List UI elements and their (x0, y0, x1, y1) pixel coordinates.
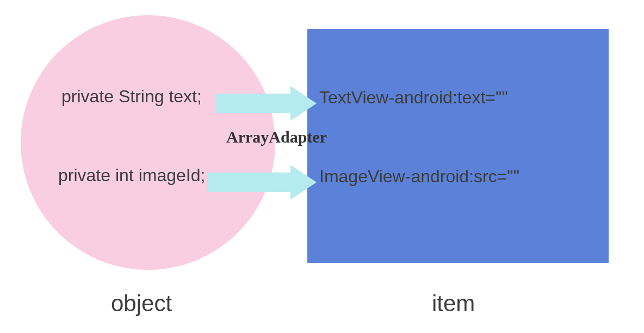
object-field-imageid: private int imageId; (58, 165, 205, 186)
item-field-textview: TextView-android:text="" (319, 88, 508, 108)
item-label: item (432, 291, 475, 317)
item-rect (307, 29, 609, 263)
item-field-imageview: ImageView-android:src="" (319, 166, 519, 187)
arrow-head-icon (290, 86, 317, 121)
arrow-head-icon (290, 165, 317, 200)
adapter-label: ArrayAdapter (226, 128, 327, 146)
object-label: object (111, 291, 172, 317)
arrow-body-icon (215, 94, 292, 113)
arrow-body-icon (207, 172, 292, 192)
object-field-text: private String text; (61, 87, 202, 107)
